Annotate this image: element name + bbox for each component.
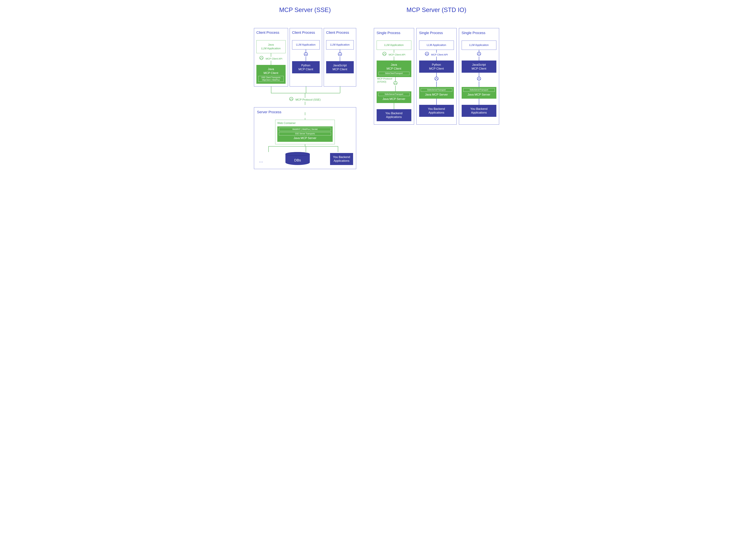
connector-line: [479, 57, 479, 60]
client-api-connector: [462, 50, 496, 60]
sse-title: MCP Server (SSE): [279, 6, 331, 13]
client-api-connector: [326, 50, 354, 61]
transport-sub: HttpClient | WebFlux: [259, 79, 283, 81]
connector-line: [436, 82, 437, 87]
client-api-connector: MCP Client API: [377, 50, 411, 60]
transport-title: SSE Client Transports: [259, 77, 283, 79]
client-line2: MCP Client: [263, 71, 278, 75]
java-mcp-server: StdIoServerTransport Java MCP Server: [377, 91, 411, 103]
backend-applications: You Backend Applications: [377, 109, 411, 121]
backend-fanout: [257, 146, 353, 152]
server-name: Java MCP Server: [294, 137, 316, 140]
backend-line1: You Backend: [428, 107, 445, 111]
client-line1: Java: [268, 67, 274, 71]
backend-row: … DBs You Backend Applications: [257, 152, 353, 165]
client-line2: MCP Client: [471, 67, 486, 70]
server-name: Java MCP Server: [425, 93, 448, 96]
single-process-title: Single Process: [419, 31, 454, 35]
ball-socket-icon: [289, 98, 293, 102]
client-line2: MCP Client: [429, 67, 444, 70]
stdio-server-transport: StdIoServerTransport: [421, 88, 452, 92]
mcp-client-java: Java MCP Client SSE Client Transports Ht…: [256, 65, 286, 84]
app-line2: LLM Application: [296, 43, 315, 46]
mcp-protocol-sse-label: MCP Protocol (SSE): [295, 98, 321, 101]
backend-applications: You Backend Applications: [330, 153, 353, 165]
java-mcp-server: StdIoServerTransport Java MCP Server: [462, 87, 496, 99]
client-process-title: Client Process: [326, 30, 354, 35]
app-line2: LLM Application: [330, 43, 350, 46]
client-process-javascript: Client Process LLM Application JavaScrip…: [324, 28, 356, 86]
bus-line: [340, 86, 340, 93]
server-transport-impl: WebMVC | WebFlux | Servlet: [279, 128, 331, 131]
client-api-connector: [292, 50, 320, 61]
backend-line1: You Backend: [333, 155, 350, 159]
server-name: Java MCP Server: [467, 93, 490, 96]
backend-applications: You Backend Applications: [462, 105, 496, 117]
connector-line: [436, 50, 437, 53]
stdio-section: MCP Server (STD IO) Single Process LLM A…: [370, 6, 503, 125]
mcp-protocol-stdio-label: MCP Protocol (STDIO): [377, 77, 392, 83]
bus-line: [271, 86, 271, 93]
mcp-client-python: Python MCP Client: [292, 61, 320, 74]
client-line1: Python: [432, 63, 441, 66]
llm-app: LLM Applicaiton: [419, 40, 454, 50]
protocol-connector: MCP Protocol (STDIO): [377, 77, 411, 91]
backend-line1: You Backend: [470, 107, 488, 111]
stdio-columns: Single Process LLM Application MCP Clien…: [374, 28, 499, 125]
connector-line: [340, 57, 340, 61]
connector-line: [305, 93, 305, 98]
llm-app-java: Java LLM Application: [256, 40, 286, 53]
ball-socket-icon: [382, 53, 386, 57]
connector-line: [271, 61, 271, 65]
backend-line2: Applications: [386, 115, 402, 119]
ball-socket-icon: [304, 53, 308, 57]
backend-line1: You Backend: [385, 112, 402, 115]
mcp-client-java: Java MCP Client StdIoClientTransport: [377, 60, 411, 77]
connector-line: [268, 146, 338, 147]
mcp-client-api-label: MCP Client API: [431, 53, 448, 56]
sse-section: MCP Server (SSE) Client Process Java LLM…: [253, 6, 357, 169]
client-line1: JavaScript: [472, 63, 486, 66]
web-container: Web Container WebMVC | WebFlux | Servlet…: [275, 120, 335, 144]
connector-line: [394, 50, 394, 53]
single-process-python: Single Process LLM Applicaiton MCP Clien…: [416, 28, 457, 125]
ball-socket-icon: [425, 53, 429, 57]
backend-applications: You Backend Applications: [419, 105, 454, 117]
single-process-title: Single Process: [462, 31, 496, 35]
mcp-client-api-label: MCP Client API: [389, 53, 405, 56]
backend-line2: Applications: [333, 159, 349, 163]
llm-app: LLM Applicaiton: [462, 40, 496, 50]
client-line2: MCP Client: [386, 67, 401, 70]
server-transport-title: SSE Server Transports: [279, 132, 331, 136]
sse-client-transport: SSE Client Transports HttpClient | WebFl…: [258, 76, 284, 82]
client-process-python: Client Process LLM Application Python MC…: [290, 28, 322, 86]
mcp-client-javascript: JavaScript MCP Client: [462, 60, 496, 73]
client-line2: MCP Client: [298, 68, 313, 71]
mcp-client-javascript: JavaScript MCP Client: [326, 61, 354, 74]
web-container-title: Web Container: [277, 121, 332, 125]
llm-app: LLM Application: [326, 40, 354, 50]
client-api-connector: MCP Client API: [419, 50, 454, 60]
client-process-title: Client Process: [292, 30, 320, 35]
server-process: Server Process Web Container WebMVC | We…: [254, 107, 356, 169]
mcp-client-python: Python MCP Client: [419, 60, 454, 73]
stdio-client-transport: StdIoClientTransport: [379, 72, 409, 75]
stdio-server-transport: StdIoServerTransport: [378, 93, 410, 96]
database-icon: DBs: [285, 152, 310, 165]
bus-line: [306, 86, 306, 93]
java-mcp-server: WebMVC | WebFlux | Servlet SSE Server Tr…: [277, 126, 332, 142]
backend-line2: Applications: [471, 111, 487, 114]
protocol-connector: [462, 73, 496, 87]
client-line1: Python: [301, 64, 310, 67]
java-mcp-server: StdIoServerTransport Java MCP Server: [419, 87, 454, 99]
mcp-client-api-label: MCP Client API: [266, 57, 282, 60]
connector-line: [436, 57, 437, 60]
proto-line2: (STDIO): [377, 80, 386, 83]
client-api-connector: MCP Client API: [256, 53, 286, 65]
connector: [392, 77, 399, 91]
ball-socket-icon: [394, 82, 398, 86]
connector-line: [305, 144, 305, 146]
connector-line: [271, 53, 271, 57]
connector-line: [394, 57, 394, 60]
db-label: DBs: [285, 158, 310, 163]
